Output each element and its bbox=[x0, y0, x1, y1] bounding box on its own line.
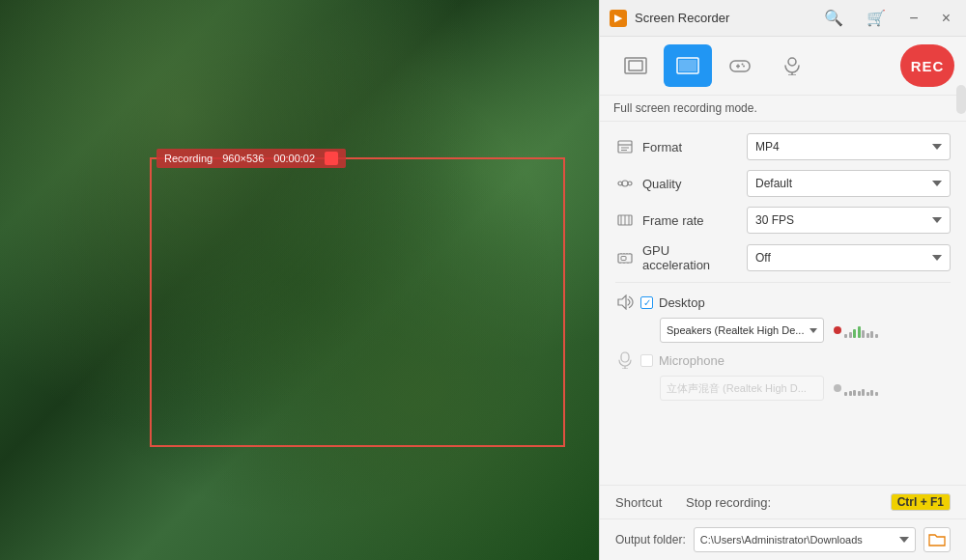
microphone-volume-indicator bbox=[834, 380, 878, 396]
svg-point-18 bbox=[628, 182, 632, 185]
shortcut-label: Shortcut bbox=[615, 495, 678, 510]
svg-point-9 bbox=[788, 58, 796, 66]
microphone-checkbox[interactable] bbox=[640, 354, 653, 367]
microphone-icon bbox=[615, 350, 635, 370]
framerate-icon bbox=[615, 210, 635, 230]
app-icon: ▶ bbox=[610, 10, 627, 27]
svg-rect-1 bbox=[629, 61, 642, 70]
output-label: Output folder: bbox=[615, 533, 686, 546]
svg-point-16 bbox=[622, 181, 628, 186]
search-button[interactable]: 🔍 bbox=[818, 9, 849, 28]
svg-rect-24 bbox=[621, 257, 626, 261]
settings-area: Format MP4 AVI MOV WMV Quality Default H… bbox=[600, 122, 966, 485]
svg-point-7 bbox=[743, 66, 745, 68]
desktop-audio-section: ✓ Desktop Speakers (Realtek High De... bbox=[615, 293, 951, 343]
gpu-label: GPU acceleration bbox=[642, 243, 739, 272]
output-section: Output folder: C:\Users\Administrator\Do… bbox=[600, 518, 966, 560]
microphone-row: Microphone bbox=[615, 350, 951, 370]
svg-marker-32 bbox=[618, 295, 626, 309]
recording-resolution: 960×536 bbox=[222, 153, 264, 164]
close-button[interactable]: × bbox=[936, 9, 956, 28]
svg-rect-33 bbox=[621, 352, 629, 362]
desktop-device-select[interactable]: Speakers (Realtek High De... bbox=[660, 318, 824, 343]
svg-point-17 bbox=[618, 182, 622, 185]
gpu-icon bbox=[615, 248, 635, 267]
quality-select[interactable]: Default High Medium Low bbox=[747, 170, 951, 197]
settings-divider bbox=[615, 282, 951, 283]
desktop-device-row: Speakers (Realtek High De... bbox=[660, 318, 951, 343]
quality-row: Quality Default High Medium Low bbox=[615, 170, 951, 197]
stop-recording-btn[interactable] bbox=[325, 152, 338, 165]
format-icon bbox=[615, 137, 635, 156]
shortcut-key: Ctrl + F1 bbox=[891, 493, 951, 511]
gpu-row: GPU acceleration Off On bbox=[615, 243, 951, 272]
desktop-audio-label: Desktop bbox=[659, 295, 705, 310]
recording-indicator: Recording 960×536 00:00:02 bbox=[156, 149, 346, 168]
forest-background: Recording 960×536 00:00:02 bbox=[0, 0, 599, 560]
microphone-device-select[interactable]: 立体声混音 (Realtek High D... bbox=[660, 376, 824, 401]
title-bar: ▶ Screen Recorder 🔍 🛒 − × bbox=[600, 0, 966, 37]
minimize-button[interactable]: − bbox=[903, 9, 923, 28]
speaker-icon bbox=[615, 293, 635, 312]
desktop-audio-row: ✓ Desktop bbox=[615, 293, 951, 312]
mode-description: Full screen recording mode. bbox=[600, 96, 966, 122]
app-title: Screen Recorder bbox=[635, 11, 810, 25]
svg-rect-3 bbox=[679, 60, 696, 71]
selection-rectangle bbox=[150, 157, 565, 447]
region-record-button[interactable] bbox=[611, 44, 660, 87]
recording-timer: 00:00:02 bbox=[273, 153, 315, 164]
microphone-section: Microphone 立体声混音 (Realtek High D... bbox=[615, 350, 951, 401]
shortcut-action: Stop recording: bbox=[686, 495, 883, 510]
screen-recorder-panel: ▶ Screen Recorder 🔍 🛒 − × bbox=[599, 0, 966, 560]
cart-button[interactable]: 🛒 bbox=[861, 9, 892, 28]
mode-toolbar: REC bbox=[600, 37, 966, 96]
desktop-volume-indicator bbox=[834, 322, 878, 338]
format-select[interactable]: MP4 AVI MOV WMV bbox=[747, 133, 951, 160]
format-label: Format bbox=[642, 140, 739, 154]
window-controls: 🔍 🛒 − × bbox=[818, 9, 956, 28]
quality-icon bbox=[615, 174, 635, 193]
framerate-label: Frame rate bbox=[642, 213, 739, 228]
fullscreen-record-button[interactable] bbox=[664, 44, 712, 87]
framerate-row: Frame rate 30 FPS 60 FPS 24 FPS 15 FPS bbox=[615, 207, 951, 234]
output-path[interactable]: C:\Users\Administrator\Downloads bbox=[694, 527, 916, 552]
svg-rect-23 bbox=[618, 254, 632, 263]
microphone-vol-dot bbox=[834, 384, 841, 392]
microphone-vol-bars bbox=[844, 380, 878, 396]
svg-rect-12 bbox=[618, 141, 632, 153]
format-row: Format MP4 AVI MOV WMV bbox=[615, 133, 951, 160]
game-record-button[interactable] bbox=[716, 44, 764, 87]
audio-record-button[interactable] bbox=[768, 44, 816, 87]
framerate-select[interactable]: 30 FPS 60 FPS 24 FPS 15 FPS bbox=[747, 207, 951, 234]
microphone-device-row: 立体声混音 (Realtek High D... bbox=[660, 376, 951, 401]
panel-scrollbar[interactable] bbox=[956, 85, 966, 114]
quality-label: Quality bbox=[642, 177, 739, 191]
microphone-label: Microphone bbox=[659, 353, 724, 368]
recording-label: Recording bbox=[164, 153, 213, 164]
desktop-vol-dot bbox=[834, 326, 841, 334]
gpu-select[interactable]: Off On bbox=[747, 244, 951, 271]
rec-button[interactable]: REC bbox=[900, 44, 954, 87]
desktop-vol-bars bbox=[844, 322, 878, 338]
shortcut-section: Shortcut Stop recording: Ctrl + F1 bbox=[600, 485, 966, 518]
browse-folder-button[interactable] bbox=[923, 527, 951, 552]
desktop-audio-checkbox[interactable]: ✓ bbox=[640, 296, 653, 309]
svg-point-8 bbox=[742, 64, 744, 66]
